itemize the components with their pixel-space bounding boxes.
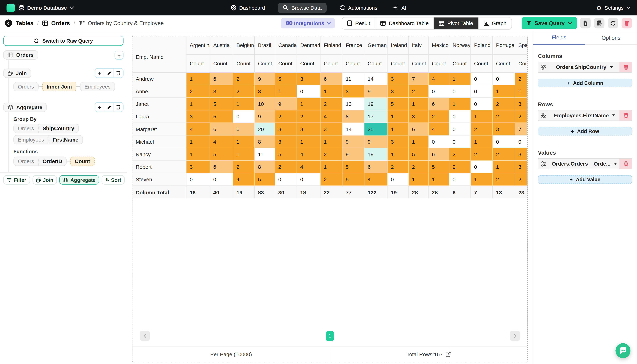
page-1-button[interactable]: 1 [326, 331, 334, 341]
filter-lines-icon [7, 178, 12, 182]
snapshot-button[interactable] [594, 18, 605, 28]
pivot-total-cell: 40 [210, 186, 233, 198]
pivot-cell: 2 [493, 98, 515, 110]
values-field-select[interactable]: Orders.Orders__Orde... [549, 159, 619, 169]
pivot-cell: 0 [493, 72, 515, 85]
pivot-cell: 5 [255, 173, 275, 186]
per-page-control[interactable]: Per Page (10000) [132, 347, 330, 362]
join-type-chip[interactable]: Inner Join [42, 82, 76, 91]
edit-icon[interactable] [446, 352, 451, 357]
delete-query-button[interactable] [621, 18, 632, 28]
chat-widget-button[interactable] [615, 343, 630, 358]
aggregate-step-chip[interactable]: Aggregate [3, 102, 47, 112]
pivot-cell: 20 [255, 123, 275, 136]
aggregate-delete-button[interactable] [114, 103, 123, 112]
tab-fields[interactable]: Fields [533, 31, 585, 45]
pivot-row: Margaret4662033314251640237 [132, 123, 527, 136]
pivot-cell: 9 [255, 72, 275, 85]
plus-icon: + [570, 177, 573, 182]
refresh-icon [610, 20, 616, 26]
chevron-down-icon [568, 22, 572, 24]
breadcrumb-orders[interactable]: Orders [42, 20, 70, 26]
pivot-row-label: Nancy [132, 148, 186, 160]
add-step-button[interactable]: + [114, 50, 123, 60]
tab-result[interactable]: Result [342, 17, 375, 29]
aggregate-edit-button[interactable] [104, 103, 114, 112]
pivot-cell: 1 [409, 98, 429, 110]
join-step-chip[interactable]: Join [3, 68, 31, 78]
pivot-row-label: Steven [132, 173, 186, 186]
pivot-cell: 14 [364, 72, 387, 85]
pivot-cell: 5 [210, 110, 233, 123]
tab-pivot-table[interactable]: Pivot Table [434, 17, 478, 29]
add-column-button[interactable]: +Add Column [538, 79, 632, 87]
sliders-icon[interactable] [538, 62, 549, 72]
pivot-measure-header: Count [342, 54, 364, 72]
prev-page-button[interactable] [140, 330, 150, 341]
sliders-icon[interactable] [538, 159, 549, 169]
pivot-cell: 3 [275, 136, 297, 148]
pivot-measure-header: Count [364, 54, 387, 72]
filter-step-button[interactable]: Filter [3, 175, 30, 185]
group-by-label: Group By [14, 116, 127, 122]
nav-ai[interactable]: AI [390, 3, 409, 13]
nav-browse-data[interactable]: Browse Data [278, 3, 326, 13]
group-by-chip-firstname[interactable]: Employees FirstName [14, 135, 83, 144]
join-left-table-chip[interactable]: Orders [14, 82, 39, 91]
columns-section-title: Columns [538, 53, 632, 59]
pivot-table-icon [439, 20, 445, 26]
add-row-button[interactable]: +Add Row [538, 127, 632, 136]
aggregate-add-button[interactable]: + [95, 103, 104, 112]
chevron-down-icon [626, 6, 630, 9]
pivot-cell: 0 [297, 173, 320, 186]
pivot-corner-header: Emp. Name [132, 36, 186, 72]
pivot-cell: 1 [429, 173, 449, 186]
pivot-total-cell: 22 [320, 186, 342, 198]
breadcrumb-tables[interactable]: Tables [16, 20, 34, 26]
pivot-cell: 9 [342, 148, 364, 160]
next-page-button[interactable] [510, 330, 520, 341]
join-delete-button[interactable] [114, 68, 123, 78]
tab-options[interactable]: Options [585, 31, 637, 45]
join-add-button[interactable]: + [95, 68, 104, 78]
function-field-chip[interactable]: Orders OrderID [14, 156, 67, 166]
sort-step-button[interactable]: ⇅ Sort [102, 175, 125, 185]
columns-field-select[interactable]: Orders.ShipCountry [549, 62, 619, 72]
group-by-chip-shipcountry[interactable]: Orders ShipCountry [14, 124, 79, 133]
tab-graph[interactable]: Graph [478, 17, 511, 29]
sliders-icon[interactable] [538, 110, 549, 120]
integrations-button[interactable]: ⚙⚙ Integrations [281, 18, 335, 28]
table-footer: Per Page (10000) Total Rows:167 [132, 346, 527, 362]
aggregate-step-button[interactable]: Aggregate [60, 175, 99, 185]
join-step-button[interactable]: Join [32, 175, 57, 185]
settings-menu[interactable]: ⚙ Settings [596, 4, 630, 10]
pivot-cell: 25 [364, 123, 387, 136]
pencil-icon [107, 71, 111, 75]
total-rows-indicator: Total Rows:167 [330, 347, 527, 362]
switch-to-raw-query-button[interactable]: Switch to Raw Query [3, 36, 123, 46]
rows-field-select[interactable]: Employees.FirstName [549, 110, 619, 120]
file-download-icon [583, 20, 588, 26]
columns-remove-button[interactable] [619, 62, 632, 72]
values-remove-button[interactable] [619, 159, 632, 169]
nav-automations[interactable]: Automations [337, 3, 380, 13]
pivot-scroll-area[interactable]: Emp. NameArgentinaAustriaBelgiumBrazilCa… [132, 36, 527, 325]
join-right-table-chip[interactable]: Employees [80, 82, 115, 91]
brand[interactable]: Demo Database [7, 4, 74, 12]
join-edit-button[interactable] [104, 68, 114, 78]
chevron-down-icon [70, 6, 74, 9]
function-count-chip[interactable]: Count [70, 156, 95, 166]
nav-dashboard[interactable]: Dashboard [228, 3, 268, 13]
pivot-cell: 6 [233, 123, 255, 136]
pivot-measure-header: Count [297, 54, 320, 72]
export-file-button[interactable] [580, 18, 591, 28]
save-query-button[interactable]: Save Query [521, 17, 577, 29]
pivot-cell: 4 [233, 173, 255, 186]
refresh-button[interactable] [608, 18, 618, 28]
tab-dashboard-table[interactable]: Dashboard Table [375, 17, 434, 29]
back-button[interactable] [5, 20, 12, 27]
rows-remove-button[interactable] [619, 110, 632, 120]
add-value-button[interactable]: +Add Value [538, 175, 632, 184]
pivot-cell: 6 [364, 160, 387, 173]
orders-table-chip[interactable]: Orders [3, 50, 38, 60]
